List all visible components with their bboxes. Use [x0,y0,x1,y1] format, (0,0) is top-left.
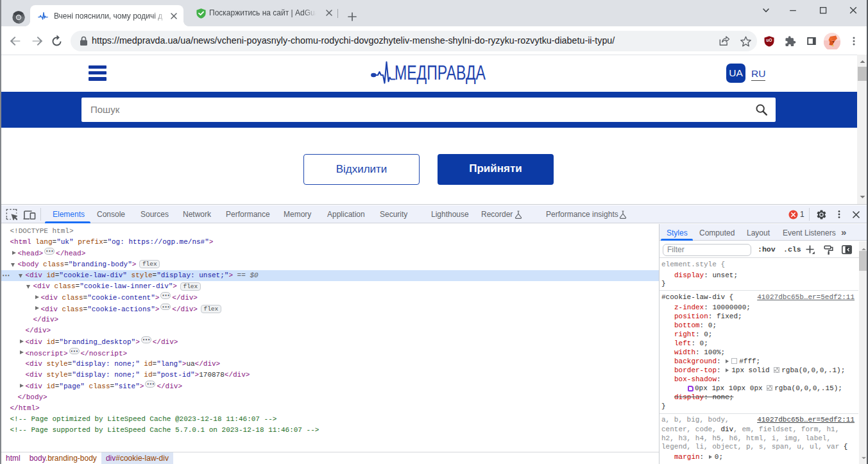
svg-text:МЕДПРАВДА: МЕДПРАВДА [395,61,486,84]
svg-text:uO: uO [767,38,772,42]
